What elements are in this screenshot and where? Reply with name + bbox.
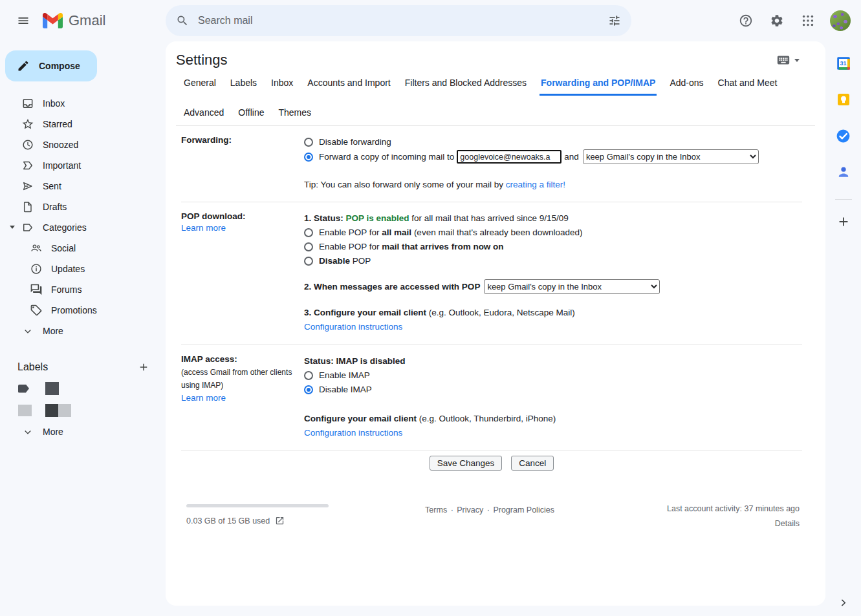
add-addon-button[interactable]: [831, 209, 856, 235]
sidebar-item-sent[interactable]: Sent: [0, 176, 166, 196]
account-avatar[interactable]: [830, 10, 851, 31]
hide-side-panel-button[interactable]: [825, 597, 861, 608]
imap-access-sublabel: (access Gmail from other clients using I…: [181, 366, 298, 392]
imap-access-label: IMAP access:: [181, 354, 237, 364]
tasks-button[interactable]: [831, 123, 856, 149]
sidebar-item-starred[interactable]: Starred: [0, 114, 166, 134]
sidebar-item-promotions[interactable]: Promotions: [0, 300, 166, 321]
disable-forwarding-radio[interactable]: [304, 138, 313, 147]
tab-advanced[interactable]: Advanced: [182, 105, 225, 125]
help-button[interactable]: [733, 8, 759, 34]
hamburger-menu-button[interactable]: [8, 5, 39, 36]
settings-button[interactable]: [764, 8, 790, 34]
pop-action-select[interactable]: keep Gmail's copy in the Inbox: [484, 279, 660, 294]
keep-button[interactable]: [831, 87, 856, 112]
sidebar-item-social[interactable]: Social: [0, 238, 166, 259]
terms-link[interactable]: Terms: [425, 505, 447, 515]
imap-configure-label: Configure your email client: [304, 412, 417, 425]
tab-accounts-and-import[interactable]: Accounts and Import: [306, 75, 391, 96]
creating-a-filter-link[interactable]: creating a filter!: [506, 180, 565, 189]
svg-text:31: 31: [840, 60, 846, 67]
tab-forwarding-and-pop-imap[interactable]: Forwarding and POP/IMAP: [539, 75, 657, 96]
create-label-button[interactable]: [136, 359, 151, 375]
dropdown-arrow-icon: [794, 59, 800, 62]
gear-icon: [770, 14, 784, 28]
search-button[interactable]: [169, 8, 195, 34]
info-icon: [30, 262, 43, 275]
forward-copy-radio[interactable]: [304, 153, 313, 162]
topbar-actions: [733, 8, 861, 34]
pop-status-detail: for all mail that has arrived since 9/15…: [411, 212, 568, 225]
pop-status-value: POP is enabled: [346, 212, 409, 225]
tab-offline[interactable]: Offline: [237, 105, 265, 125]
gmail-brand[interactable]: Gmail: [43, 12, 105, 29]
sidebar-item-more[interactable]: More: [0, 321, 166, 341]
card-footer: 0.03 GB of 15 GB used Terms · Privacy · …: [181, 504, 802, 528]
brand-text: Gmail: [69, 12, 105, 29]
forward-action-select[interactable]: keep Gmail's copy in the Inbox: [583, 149, 759, 164]
program-policies-link[interactable]: Program Policies: [493, 505, 554, 515]
star-icon: [21, 118, 34, 131]
external-link-icon[interactable]: [275, 516, 285, 526]
forwarding-section: Forwarding: Disable forwarding Forward a…: [181, 126, 802, 202]
pop-status-label: 1. Status:: [304, 212, 343, 225]
enable-pop-all-mail-radio[interactable]: [304, 228, 313, 237]
pop-configuration-instructions-link[interactable]: Configuration instructions: [304, 321, 402, 334]
keyboard-icon: [776, 53, 790, 67]
pop-configure-detail: (e.g. Outlook, Eudora, Netscape Mail): [429, 306, 575, 319]
save-changes-button[interactable]: Save Changes: [430, 456, 503, 471]
compose-button[interactable]: Compose: [5, 50, 97, 81]
sidebar-item-snoozed[interactable]: Snoozed: [0, 134, 166, 155]
expand-arrow-icon[interactable]: [10, 226, 15, 229]
pencil-icon: [17, 59, 30, 72]
sidebar-item-inbox[interactable]: Inbox: [0, 93, 166, 114]
tab-chat-and-meet[interactable]: Chat and Meet: [717, 75, 779, 96]
sidebar-item-categories[interactable]: Categories: [0, 217, 166, 238]
input-method-selector[interactable]: [776, 53, 800, 67]
calendar-button[interactable]: 31: [831, 50, 856, 76]
tab-labels[interactable]: Labels: [229, 75, 258, 96]
plus-icon: [836, 215, 851, 229]
settings-tabs-row-2: Advanced Offline Themes: [176, 105, 815, 125]
cancel-button[interactable]: Cancel: [511, 456, 554, 471]
labels-more[interactable]: More: [0, 421, 166, 442]
inbox-icon: [21, 97, 34, 110]
imap-learn-more-link[interactable]: Learn more: [181, 393, 226, 403]
chevron-right-icon: [838, 597, 849, 608]
tab-filters-and-blocked-addresses[interactable]: Filters and Blocked Addresses: [404, 75, 528, 96]
sidebar-item-important[interactable]: Important: [0, 155, 166, 176]
enable-pop-from-now-on-radio[interactable]: [304, 242, 313, 251]
user-label-row[interactable]: [0, 377, 166, 399]
disable-pop-radio[interactable]: [304, 257, 313, 266]
pop-download-label: POP download:: [181, 211, 246, 221]
sidebar-item-updates[interactable]: Updates: [0, 259, 166, 279]
google-apps-button[interactable]: [795, 8, 821, 34]
sidebar-item-forums[interactable]: Forums: [0, 279, 166, 300]
tab-inbox[interactable]: Inbox: [270, 75, 294, 96]
topbar: Gmail: [0, 0, 861, 41]
privacy-link[interactable]: Privacy: [457, 505, 483, 515]
tab-general[interactable]: General: [182, 75, 217, 96]
calendar-icon: 31: [835, 55, 852, 72]
enable-imap-radio[interactable]: [304, 371, 313, 380]
tab-themes[interactable]: Themes: [278, 105, 313, 125]
disable-imap-radio[interactable]: [304, 385, 313, 394]
forwarding-tip-text: Tip: You can also forward only some of y…: [304, 180, 503, 189]
important-icon: [21, 159, 34, 172]
details-link[interactable]: Details: [775, 519, 800, 528]
search-input[interactable]: [195, 15, 602, 27]
user-label-row[interactable]: [0, 399, 166, 421]
tab-add-ons[interactable]: Add-ons: [668, 75, 704, 96]
pop-configure-label: 3. Configure your email client: [304, 306, 426, 319]
settings-tabs-row-1: General Labels Inbox Accounts and Import…: [176, 75, 815, 96]
contacts-button[interactable]: [831, 159, 856, 185]
pop-learn-more-link[interactable]: Learn more: [181, 223, 226, 233]
storage-meter: [186, 504, 329, 507]
search-options-button[interactable]: [602, 8, 627, 34]
page-title: Settings: [176, 52, 228, 69]
search-bar: [166, 5, 631, 36]
compose-label: Compose: [39, 61, 80, 71]
imap-configuration-instructions-link[interactable]: Configuration instructions: [304, 427, 402, 440]
forward-address-input[interactable]: [457, 150, 561, 164]
sidebar-item-drafts[interactable]: Drafts: [0, 196, 166, 217]
